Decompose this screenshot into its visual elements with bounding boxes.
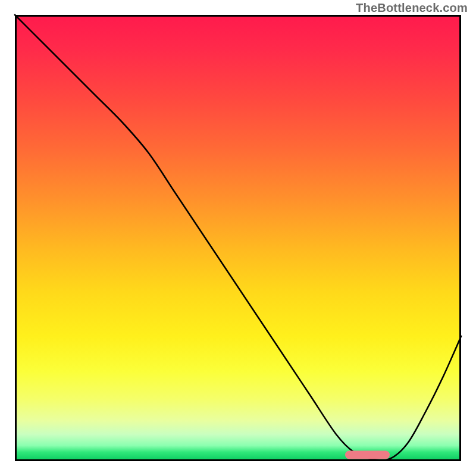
watermark-text: TheBottleneck.com: [356, 1, 468, 15]
chart-plot-area: [15, 15, 461, 461]
optimal-range-marker: [345, 451, 390, 459]
chart-svg: [15, 15, 461, 461]
bottleneck-curve: [15, 15, 461, 461]
